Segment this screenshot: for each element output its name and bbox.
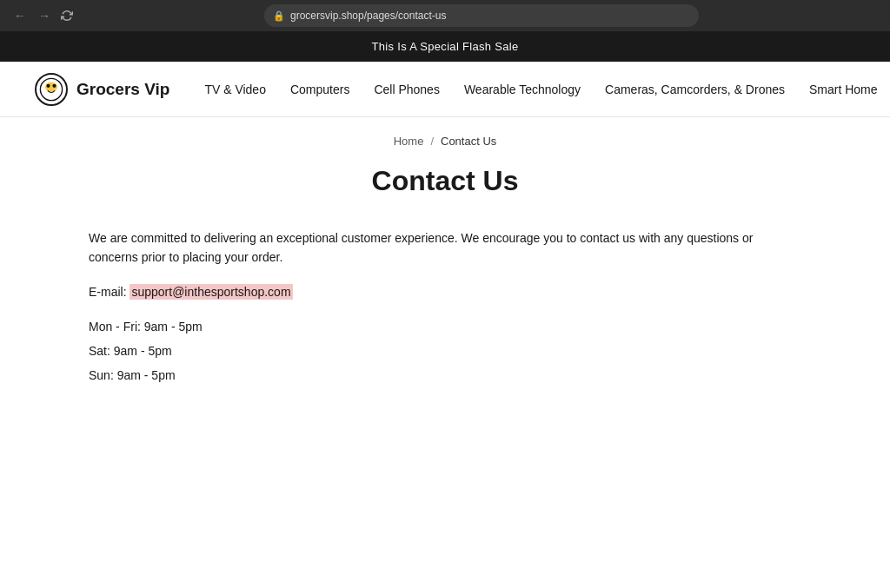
- svg-point-2: [46, 83, 50, 87]
- hours-line: Mon - Fri: 9am - 5pm: [89, 314, 801, 339]
- nav-item-cameras--camcorders----drones[interactable]: Cameras, Camcorders, & Drones: [605, 83, 785, 96]
- hours-line: Sat: 9am - 5pm: [89, 339, 801, 363]
- email-line: E-mail: support@inthesportshop.com: [89, 285, 801, 299]
- url-text: grocersvip.shop/pages/contact-us: [290, 10, 446, 22]
- hours-block: Mon - Fri: 9am - 5pmSat: 9am - 5pmSun: 9…: [89, 314, 801, 387]
- flash-banner-text: This Is A Special Flash Sale: [372, 40, 519, 53]
- email-label: E-mail:: [89, 285, 127, 299]
- page-title: Contact Us: [89, 165, 801, 197]
- main-content: Contact Us We are committed to deliverin…: [54, 156, 836, 439]
- logo-text: Grocers Vip: [76, 80, 169, 99]
- reload-button[interactable]: [59, 8, 75, 23]
- contact-description: We are committed to delivering an except…: [89, 228, 801, 268]
- nav-item-wearable-technology[interactable]: Wearable Technology: [464, 83, 581, 96]
- address-bar[interactable]: 🔒 grocersvip.shop/pages/contact-us: [264, 4, 699, 27]
- hours-line: Sun: 9am - 5pm: [89, 363, 801, 387]
- site-header: Grocers Vip TV & VideoComputersCell Phon…: [0, 62, 890, 117]
- back-button[interactable]: ←: [10, 7, 30, 24]
- browser-nav-buttons: ← →: [10, 7, 75, 24]
- nav-item-cell-phones[interactable]: Cell Phones: [374, 83, 440, 96]
- nav-item-computers[interactable]: Computers: [290, 83, 349, 96]
- svg-point-3: [52, 83, 56, 87]
- browser-chrome: ← → 🔒 grocersvip.shop/pages/contact-us: [0, 0, 890, 31]
- nav-item-tv---video[interactable]: TV & Video: [204, 83, 266, 96]
- nav-item-smart-home[interactable]: Smart Home: [809, 83, 878, 96]
- main-nav: TV & VideoComputersCell PhonesWearable T…: [204, 83, 877, 96]
- breadcrumb-separator: /: [430, 135, 434, 148]
- breadcrumb-current: Contact Us: [441, 135, 496, 148]
- forward-button[interactable]: →: [35, 7, 54, 24]
- logo-link[interactable]: Grocers Vip: [35, 73, 169, 106]
- breadcrumb-home-link[interactable]: Home: [394, 135, 424, 148]
- email-address[interactable]: support@inthesportshop.com: [130, 284, 292, 300]
- lock-icon: 🔒: [273, 10, 285, 22]
- breadcrumb: Home / Contact Us: [0, 117, 890, 156]
- flash-banner: This Is A Special Flash Sale: [0, 31, 890, 62]
- logo-icon: [35, 73, 68, 106]
